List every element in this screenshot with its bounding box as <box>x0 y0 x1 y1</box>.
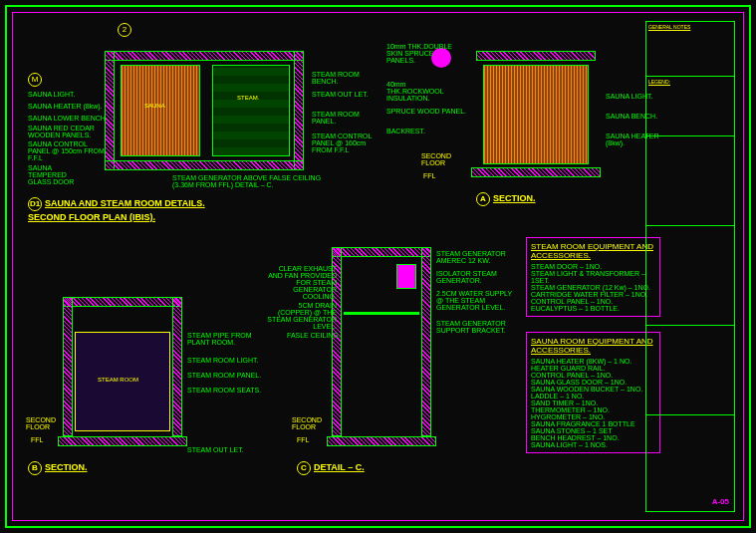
sauna-item-8: HYGROMETER – 1NO. <box>531 413 655 420</box>
detC-right-2: 2.5CM WATER SUPPLY @ THE STEAM GENERATOR… <box>436 290 521 311</box>
sauna-item-12: SAUNA LIGHT – 1 NOS. <box>531 441 655 448</box>
plan-left-0: SAUNA LIGHT. <box>28 91 75 98</box>
steam-label: STEAM. <box>237 95 259 101</box>
sauna-item-6: SAND TIMER – 1NO. <box>531 400 655 406</box>
plan-title1: SAUNA AND STEAM ROOM DETAILS. <box>45 198 205 208</box>
detC-ffl: FFL <box>297 436 309 443</box>
sauna-item-2: CONTROL PANEL – 1NO. <box>531 372 655 379</box>
plan-right-2: STEAM ROOM PANEL. <box>312 111 367 125</box>
secA-left-0: 10mm THK.DOUBLE SKIN SPRUCE PANELS. <box>386 43 461 64</box>
tb-key <box>646 136 734 226</box>
detC-right-0: STEAM GENERATOR AMEREC 12 KW. <box>436 250 511 264</box>
secB-lbl-1: STEAM ROOM LIGHT. <box>187 357 259 364</box>
detC-title: CDETAIL – C. <box>297 461 365 475</box>
tb-legend-title: LEGEND: <box>648 79 670 85</box>
plan-title2: SECOND FLOOR PLAN (IBIS). <box>28 212 155 222</box>
sauna-equip-title: SAUNA ROOM EQUIPMENT AND ACCESSORIES. <box>531 337 655 355</box>
plan-right-0: STEAM ROOM BENCH. <box>312 71 367 85</box>
secA-interior <box>483 65 589 164</box>
plan-marker: D1 <box>28 197 42 211</box>
steam-equip-panel: STEAM ROOM EQUIPMENT AND ACCESSORIES. ST… <box>526 237 660 317</box>
steam-equip-title: STEAM ROOM EQUIPMENT AND ACCESSORIES. <box>531 242 655 260</box>
secB-wall-r <box>172 297 182 436</box>
secA-floor-lbl: SECOND FLOOR <box>421 152 461 166</box>
steam-item-2: STEAM GENERATOR (12 Kw) – 1NO. <box>531 284 655 291</box>
plan-left-1: SAUNA HEATER (8kw). <box>28 103 103 110</box>
secA-ffl: FFL <box>423 172 435 179</box>
titleblock: GENERAL NOTES LEGEND: A-05 <box>645 21 735 512</box>
detC-wall-r <box>421 247 431 436</box>
secB-title: BSECTION. <box>28 461 88 475</box>
secB-ffl: FFL <box>31 436 43 443</box>
detC-marker: C <box>297 461 311 475</box>
secB-lbl-4: STEAM OUT LET. <box>187 446 244 453</box>
drawing-frame: SAUNA STEAM. 2 M SAUNA LIGHT. SAUNA HEAT… <box>5 5 751 528</box>
plan-steam-note: STEAM GENERATOR ABOVE FALSE CEILING (3.3… <box>172 174 322 188</box>
steam-item-3: CARTRIDGE WATER FILTER – 1NO. <box>531 291 655 298</box>
detC-floor-lbl: SECOND FLOOR <box>292 416 327 430</box>
secA-title-txt: SECTION. <box>493 193 536 203</box>
plan-left-4: SAUNA CONTROL PANEL @ 150cm FROM F.F.L <box>28 140 108 161</box>
secB-marker: B <box>28 461 42 475</box>
sauna-label: SAUNA <box>144 103 165 109</box>
tb-legend: LEGEND: <box>646 77 734 136</box>
plan-wall-b <box>105 160 304 170</box>
steam-room <box>212 65 290 156</box>
sauna-item-10: SAUNA STONES – 1 SET <box>531 427 655 434</box>
detC-left-2: FASLE CEILING. <box>287 332 341 339</box>
secA-left-2: SPRUCE WOOD PANEL. <box>386 108 466 115</box>
sauna-room <box>121 65 200 156</box>
secA-left-1: 40mm THK.ROCKWOOL INSULATION. <box>386 81 461 102</box>
secB-title-txt: SECTION. <box>45 462 88 472</box>
secB-floor-lbl: SECOND FLOOR <box>26 416 61 430</box>
steam-item-0: STEAM DOOR – 1NO. <box>531 263 655 270</box>
plan-wall <box>105 51 304 61</box>
detC-floor <box>327 436 436 446</box>
sauna-item-3: SAUNA GLASS DOOR – 1NO. <box>531 379 655 386</box>
tb-rev <box>646 226 734 326</box>
detC-left-1: 5CM DRAIN (COPPER) @ THE STEAM GENERATOR… <box>267 302 337 330</box>
plan-left-2: SAUNA LOWER BENCH. <box>28 115 108 122</box>
sauna-item-9: SAUNA FRAGRANCE 1 BOTTLE <box>531 420 655 427</box>
tb-proj <box>646 326 734 415</box>
secA-marker: A <box>476 192 490 206</box>
sauna-item-11: BENCH HEADREST – 1NO. <box>531 434 655 441</box>
steam-item-4: CONTROL PANEL – 1NO. <box>531 298 655 305</box>
detC-title-txt: DETAIL – C. <box>314 462 365 472</box>
secB-lbl-0: STEAM PIPE FROM PLANT ROOM. <box>187 332 257 346</box>
plan-right-1: STEAM OUT LET. <box>312 91 369 98</box>
sauna-item-0: SAUNA HEATER (8KW) – 1 NO. <box>531 358 655 365</box>
sauna-equip-panel: SAUNA ROOM EQUIPMENT AND ACCESSORIES. SA… <box>526 332 660 453</box>
detC-ceiling <box>344 312 419 315</box>
plan-title: D1SAUNA AND STEAM ROOM DETAILS. <box>28 197 205 211</box>
secB-room: STEAM ROOM <box>98 377 138 383</box>
detC-wall-t <box>332 247 431 257</box>
tb-notes: GENERAL NOTES <box>646 22 734 77</box>
sauna-item-4: SAUNA WOODEN BUCKET – 1NO. <box>531 386 655 393</box>
tb-notes-title: GENERAL NOTES <box>648 24 690 30</box>
secB-lbl-3: STEAM ROOM SEATS. <box>187 387 261 394</box>
secA-title: ASECTION. <box>476 192 536 206</box>
secB-floor <box>58 436 187 446</box>
secA-left-3: BACKREST. <box>386 128 425 134</box>
detC-left-0: CLEAR EXHAUST AND FAN PROVIDED FOR STEAM… <box>267 265 337 300</box>
detC-right-1: ISOLATOR STEAM GENERATOR. <box>436 270 506 284</box>
sauna-item-7: THERMOMETER – 1NO. <box>531 406 655 413</box>
grid-marker-2: 2 <box>118 23 131 37</box>
secB-lbl-2: STEAM ROOM PANEL. <box>187 372 261 379</box>
steam-item-5: EUCALYPTUS – 1 BOTTLE. <box>531 305 655 312</box>
plan-right-3: STEAM CONTROL PANEL @ 160cm FROM F.F.L <box>312 133 381 153</box>
steam-item-1: STEAM LIGHT & TRANSFORMER – 1SET. <box>531 270 655 284</box>
detC-gen <box>396 264 416 289</box>
secA-floor <box>471 167 601 177</box>
sauna-item-1: HEATER GUARD RAIL. <box>531 365 655 372</box>
plan-left-5: SAUNA TEMPERED GLASS DOOR <box>28 164 88 185</box>
grid-marker-m: M <box>28 73 42 87</box>
secB-wall-t <box>63 297 182 307</box>
sauna-item-5: LADDLE – 1 NO. <box>531 393 655 400</box>
secB-wall-l <box>63 297 73 436</box>
plan-wall-r <box>294 51 304 170</box>
detC-right-3: STEAM GENERATOR SUPPORT BRACKET. <box>436 320 511 334</box>
inner-border: SAUNA STEAM. 2 M SAUNA LIGHT. SAUNA HEAT… <box>12 12 744 521</box>
plan-left-3: SAUNA RED CEDAR WOODEN PANELS. <box>28 125 108 138</box>
